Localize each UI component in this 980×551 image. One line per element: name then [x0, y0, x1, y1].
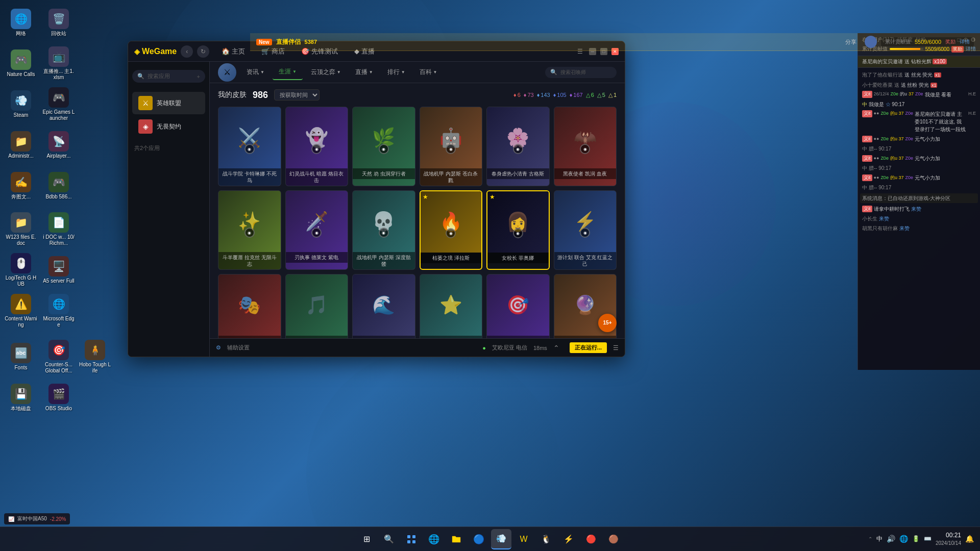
settings-icon: ⚙ — [216, 344, 221, 351]
edge-taskbar-button[interactable]: 🌐 — [424, 529, 444, 549]
skin-sort-select[interactable]: 按获取时间 — [274, 89, 320, 101]
subnav-career[interactable]: 生涯 ▼ — [273, 64, 303, 80]
explorer-taskbar-button[interactable] — [446, 529, 467, 549]
skin-card-4[interactable]: 🤖 ◉ 战地机甲 内瑟斯 苍白杀戮 — [420, 107, 483, 186]
stat-6: △6 — [586, 92, 594, 98]
desktop-icon-airplayer[interactable]: 📡 Airplayer... — [40, 125, 77, 165]
skin-card-13[interactable]: 🎭 皮肤13 — [218, 274, 281, 338]
language-indicator[interactable]: 中 — [876, 535, 883, 543]
subnav-search[interactable]: 🔍 搜索召唤师 — [545, 67, 617, 78]
back-button[interactable]: ‹ — [181, 45, 193, 58]
desktop-icon-network[interactable]: 🌐 网络 — [3, 3, 39, 42]
desktop-icon-cs[interactable]: 🎯 Counter-S... Global Off... — [40, 337, 77, 377]
skin-card-3[interactable]: 🌿 ◉ 天然 劝 虫洞穿行者 — [352, 107, 415, 186]
desktop-icon-doc[interactable]: 📄 i DOC w... 10/Richm... — [40, 209, 77, 249]
cumulative-value: 5509/6000 — [915, 39, 941, 45]
detail-label[interactable]: 详情 — [960, 38, 970, 45]
desktop-icon-writer[interactable]: ✍️ 奔图文... — [3, 166, 39, 206]
subnav-cloud[interactable]: 云顶之弈 ▼ — [305, 65, 347, 80]
desktop-icon-content-warning[interactable]: ⚠️ Content Warning — [3, 291, 39, 331]
like-btn[interactable]: 来赞 — [911, 205, 921, 213]
desktop-icon-w123[interactable]: 📁 W123 files E.doc — [3, 209, 39, 249]
subnav-rank[interactable]: 排行 ▼ — [381, 65, 411, 80]
skin-card-15[interactable]: 🌊 皮肤15 — [352, 274, 415, 338]
desktop-icon-fonts[interactable]: 🔤 Fonts — [3, 337, 39, 377]
user-badge-9: 义it — [862, 206, 872, 213]
add-icon[interactable]: + — [197, 73, 200, 80]
chat-msg-gift1: 泡了了他在银行送 送 丝光 荧光 x1 — [860, 70, 978, 80]
network-icon[interactable]: 🌐 — [899, 535, 908, 543]
wegame-taskbar-button[interactable]: W — [513, 529, 534, 549]
chat-msg-7: 义it ●● Z0e 的u 37 Z0e 元气小力加 — [860, 173, 978, 183]
skin-card-10[interactable]: ★ 🔥 ◉ 枯萎之境 泽拉斯 — [420, 190, 483, 270]
desktop-icon-bdbb[interactable]: 🎮 Bdbb 586... — [40, 166, 77, 206]
sidebar-search[interactable]: 🔍 搜索应用 + — [132, 70, 205, 83]
skin-card-14[interactable]: 🎵 皮肤14 — [285, 274, 349, 338]
misc1-taskbar-button[interactable]: 🔴 — [581, 529, 601, 549]
skin-card-6[interactable]: 🦇 ◉ 黑夜使者 凯润 血夜 — [554, 107, 617, 186]
skin-card-16[interactable]: ⭐ 皮肤16 — [420, 274, 483, 338]
skin-card-1[interactable]: ⚔️ ◉ 战斗学院 卡特琳娜 不死鸟 — [218, 107, 281, 186]
subnav-news[interactable]: 资讯 ▼ — [240, 65, 271, 80]
skin-card-17[interactable]: 🎯 皮肤17 — [486, 274, 550, 338]
search-icon: 🔍 — [137, 73, 144, 80]
settings-label[interactable]: 辅助设置 — [227, 344, 250, 352]
search-taskbar-button[interactable]: 🔍 — [379, 529, 399, 549]
skin-card-12[interactable]: ⚡ ◉ 游计划 联合 艾克 红蓝之己 — [554, 190, 617, 270]
running-button[interactable]: 正在运行... — [570, 342, 607, 353]
floating-btn[interactable]: 15+ — [598, 314, 617, 332]
nav-home[interactable]: 🏠 主页 — [217, 45, 249, 58]
desktop-icon-epic[interactable]: 🎮 Epic Games Launcher — [40, 84, 77, 124]
server-status: 艾欧尼亚 电信 — [492, 344, 527, 352]
chrome-taskbar-button[interactable]: 🔵 — [469, 529, 489, 549]
tencent-taskbar-button[interactable]: 🐧 — [536, 529, 556, 549]
sidebar-item-lol[interactable]: ⚔ 英雄联盟 — [132, 92, 205, 114]
misc2-taskbar-button[interactable]: 🟤 — [603, 529, 624, 549]
wegame-subnav: ⚔ 资讯 ▼ 生涯 ▼ 云顶之弈 ▼ 直播 ▼ — [210, 62, 625, 83]
desktop-icon-logitech[interactable]: 🖱️ LogiTech G HUB — [3, 250, 39, 290]
skin-card-7[interactable]: ✨ ◉ 斗羊覆厝 拉克丝 无限斗志 — [218, 190, 281, 270]
desktop-icon-hobo[interactable]: 🧍 Hobo Tough Life — [77, 337, 113, 377]
volume-icon[interactable]: 🔊 — [887, 535, 895, 543]
desktop-icon-admin[interactable]: 📁 Administr... — [3, 125, 39, 165]
desktop-icon-stream[interactable]: 📺 直播推... 主1.xlsm — [40, 43, 77, 83]
desktop-icon-steam[interactable]: 💨 Steam — [3, 84, 39, 124]
chat-msg-6: 中 膘-- 90:17 — [860, 163, 978, 173]
like-btn-3[interactable]: 来赞 — [899, 224, 910, 232]
battery-icon[interactable]: 🔋 — [912, 535, 920, 542]
cumulative-section: 累计贡献值 5509/6000 奖励 详情 — [881, 37, 974, 46]
subnav-wiki[interactable]: 百科 ▼ — [413, 65, 444, 80]
chat-msg-4: 中 膘-- 90:17 — [860, 144, 978, 154]
skin-card-5[interactable]: 🌸 ◉ 春身虐热小清青 古格斯 — [486, 107, 550, 186]
steam-taskbar-button[interactable]: 💨 — [491, 529, 511, 549]
desktop-icon-recycle[interactable]: 🗑️ 回收站 — [40, 3, 77, 42]
widgets-button[interactable] — [401, 529, 422, 549]
skin-card-9[interactable]: 💀 ◉ 战地机甲 内瑟斯 深度骷髅 — [352, 190, 415, 270]
refresh-button[interactable]: ↻ — [197, 45, 209, 58]
hidden-icons-button[interactable]: ⌃ — [868, 536, 872, 542]
desktop-icon-local1[interactable]: 💾 本地磁盘 — [3, 378, 39, 417]
keyboard-icon[interactable]: ⌨️ — [924, 535, 932, 542]
subnav-live[interactable]: 直播 ▼ — [349, 65, 379, 80]
menu-bottom-icon[interactable]: ☰ — [613, 344, 619, 352]
share-label[interactable]: 分享 — [845, 38, 856, 46]
skin-card-2[interactable]: 👻 ◉ 幻灵战斗机 暗愿 烙目衣击 — [285, 107, 349, 186]
like-btn-2[interactable]: 来赞 — [879, 215, 889, 222]
desktop-icon-edge[interactable]: 🌐 Microsoft Edge — [40, 291, 77, 331]
riot-taskbar-button[interactable]: ⚡ — [558, 529, 579, 549]
desktop-icon-obs[interactable]: 🎬 OBS Studio — [40, 378, 77, 417]
reward-label[interactable]: 奖励 — [945, 38, 955, 45]
skin-card-8[interactable]: 🗡️ ◉ 刃执事 德莱文 紫电 — [285, 190, 349, 270]
chat-messages: 泡了了他在银行送 送 丝光 荧光 x1 小十爱吃香菜 送 送 丝粉 荧光 x1 … — [858, 68, 980, 370]
sidebar-item-valorant[interactable]: ◈ 无畏契约 — [132, 115, 205, 138]
expand-btn[interactable]: ⌃ — [553, 344, 559, 352]
taskbar-datetime[interactable]: 00:21 2024/10/14 — [936, 531, 961, 547]
notification-btn[interactable]: 🔔 — [965, 535, 974, 543]
skin-title: 我的皮肤 — [218, 90, 247, 99]
start-button[interactable]: ⊞ — [356, 529, 377, 549]
skin-card-11[interactable]: ★ 👩 ◉ 女校长 菲奥娜 — [486, 190, 550, 270]
desktop-icon-as-server[interactable]: 🖥️ A5 server Full — [40, 250, 77, 290]
game-avatar: ⚔ — [218, 63, 236, 82]
search-icon-subnav: 🔍 — [550, 69, 557, 76]
desktop-icon-nature-calls[interactable]: 🎮 Nature Calls — [3, 43, 39, 83]
